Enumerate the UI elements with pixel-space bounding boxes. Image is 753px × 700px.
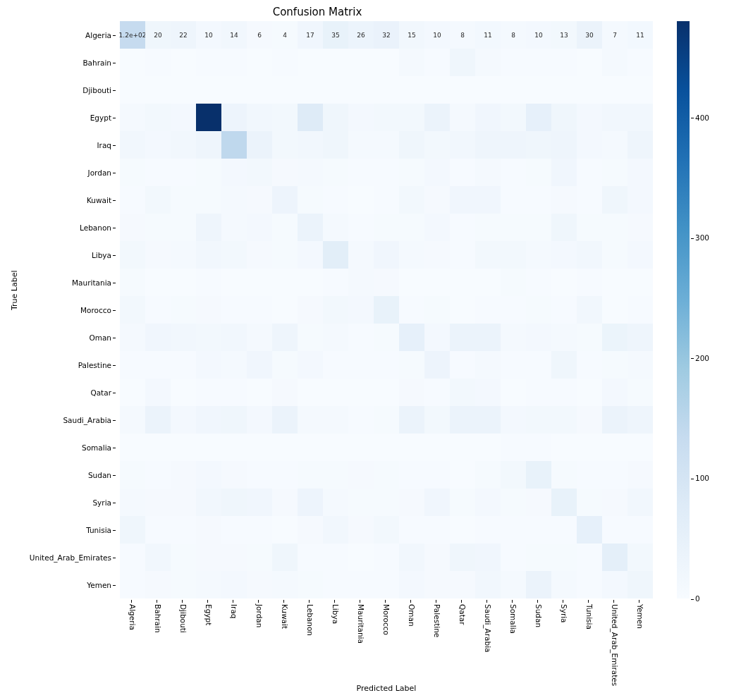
heatmap-cell [323,379,348,406]
heatmap-cell [501,544,526,571]
heatmap-cell [577,461,602,489]
heatmap-cell [348,269,374,296]
heatmap-cell [196,461,221,489]
heatmap-cell [272,104,298,131]
heatmap-cell [272,159,298,186]
y-tick-label: Tunisia [86,526,116,534]
heatmap-cell: 35 [323,21,348,49]
y-tick-label: Mauritania [72,278,116,287]
heatmap-cell [526,296,551,324]
heatmap-cell [145,571,171,598]
heatmap-cell [424,76,450,104]
heatmap-cell [120,159,145,186]
heatmap-cell [120,186,145,214]
heatmap-cell [526,186,551,214]
heatmap-cell [399,241,424,269]
cell-value: 11 [636,32,644,39]
heatmap-cell [374,296,399,324]
heatmap-cell [399,516,424,544]
heatmap-cell [120,104,145,131]
heatmap-cell [272,434,298,461]
heatmap-cell [171,269,196,296]
heatmap-cell [374,214,399,241]
heatmap-cell [348,461,374,489]
y-ticks: AlgeriaBahrainDjiboutiEgyptIraqJordanKuw… [0,21,118,598]
heatmap-cell [399,49,424,76]
heatmap-cell [526,241,551,269]
heatmap-cell [475,159,501,186]
heatmap-cell [577,186,602,214]
heatmap-cell [399,76,424,104]
x-tick-label: Yemen [636,600,644,629]
heatmap-cell [247,76,272,104]
heatmap-cell [602,159,628,186]
heatmap-cell [272,571,298,598]
y-tick-label: Syria [92,498,116,507]
heatmap-cell [196,214,221,241]
x-tick-label: Jordan [255,600,264,627]
heatmap-cell [247,351,272,379]
heatmap-cell [120,131,145,159]
heatmap-cell [399,131,424,159]
heatmap-cell [196,49,221,76]
heatmap-cell [526,544,551,571]
heatmap-cell [221,49,247,76]
heatmap-cell [399,269,424,296]
heatmap-cell [120,76,145,104]
heatmap-cell [450,434,475,461]
heatmap-cell [577,296,602,324]
heatmap-cell [577,76,602,104]
heatmap-cell [475,489,501,516]
heatmap-cell [120,241,145,269]
heatmap-cell [323,571,348,598]
heatmap-cell [628,131,653,159]
heatmap-cell [323,544,348,571]
x-tick-label: Iraq [230,600,238,619]
heatmap-cell [501,351,526,379]
heatmap-cell [247,379,272,406]
heatmap-cell [145,159,171,186]
heatmap-cell [450,406,475,434]
heatmap-cell [577,406,602,434]
heatmap-cell: 30 [577,21,602,49]
heatmap-cell [348,159,374,186]
heatmap-cell [272,131,298,159]
y-tick-label: Bahrain [82,59,116,67]
heatmap-cell [323,49,348,76]
heatmap-cell [120,516,145,544]
heatmap-cell [526,49,551,76]
heatmap-cell [196,131,221,159]
heatmap-cell [120,296,145,324]
heatmap-cell [577,379,602,406]
heatmap-cell [348,76,374,104]
heatmap-cell [171,571,196,598]
y-tick-label: Oman [89,333,116,342]
heatmap-cell [348,296,374,324]
heatmap-cell [424,131,450,159]
heatmap-cell [145,49,171,76]
heatmap-cell [399,214,424,241]
heatmap-cell [475,571,501,598]
cell-value: 6 [257,32,262,39]
heatmap-cell [424,544,450,571]
heatmap-cell [450,159,475,186]
cell-value: 15 [408,32,415,39]
y-tick-label: Yemen [87,581,116,589]
heatmap-cell [247,544,272,571]
heatmap-cell [602,241,628,269]
heatmap-cell [577,544,602,571]
heatmap-cell [145,406,171,434]
heatmap-cell [501,131,526,159]
heatmap-cell [526,406,551,434]
heatmap-cell [171,434,196,461]
heatmap-cell [602,269,628,296]
heatmap-cell [145,131,171,159]
heatmap-cell [348,516,374,544]
heatmap-cell [120,489,145,516]
heatmap-cell [196,516,221,544]
heatmap-cell [272,489,298,516]
heatmap-cell [298,351,323,379]
heatmap-cell [628,214,653,241]
heatmap-cell [399,379,424,406]
cell-value: 14 [230,32,238,39]
